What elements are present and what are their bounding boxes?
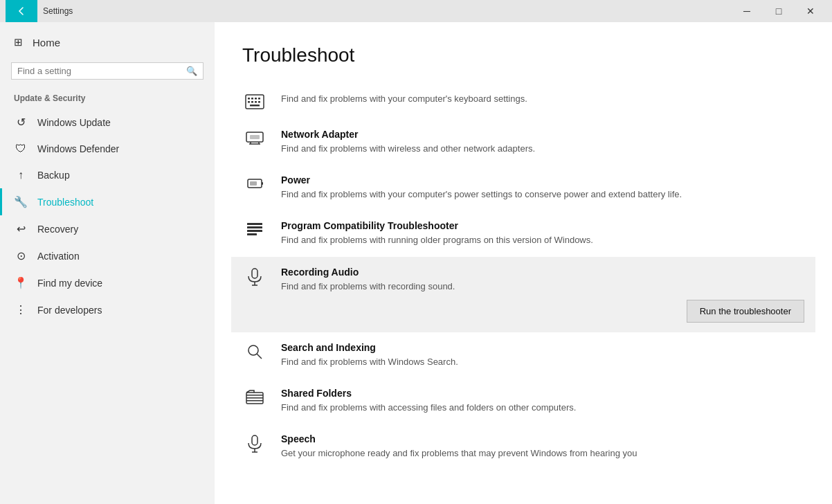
shared-folders-icon bbox=[242, 388, 267, 406]
main-content: Troubleshoot Find and fix proble bbox=[215, 22, 832, 504]
svg-rect-9 bbox=[250, 105, 260, 107]
svg-rect-3 bbox=[255, 98, 257, 100]
recording-audio-title: Recording Audio bbox=[281, 267, 804, 278]
speech-desc: Get your microphone ready and fix proble… bbox=[281, 447, 804, 460]
title-bar-title: Settings bbox=[43, 6, 731, 16]
recovery-icon: ↩ bbox=[14, 222, 28, 235]
sidebar-item-find-my-device[interactable]: 📍 Find my device bbox=[0, 269, 215, 296]
recording-audio-actions: Run the troubleshooter bbox=[281, 300, 804, 323]
svg-rect-17 bbox=[250, 181, 257, 186]
sidebar-item-backup[interactable]: ↑ Backup bbox=[0, 162, 215, 188]
troubleshoot-item-speech: Speech Get your microphone ready and fix… bbox=[242, 424, 804, 469]
svg-rect-14 bbox=[250, 135, 260, 139]
search-indexing-desc: Find and fix problems with Windows Searc… bbox=[281, 356, 804, 368]
maximize-button[interactable]: □ bbox=[763, 0, 795, 22]
svg-rect-21 bbox=[247, 233, 257, 235]
svg-point-25 bbox=[248, 345, 258, 355]
sidebar: ⊞ Home 🔍 Update & Security ↺ Windows Upd… bbox=[0, 22, 215, 504]
defender-icon: 🛡 bbox=[14, 143, 28, 155]
sidebar-section-label: Update & Security bbox=[0, 91, 215, 109]
network-adapter-icon bbox=[242, 129, 267, 145]
troubleshoot-icon: 🔧 bbox=[14, 195, 28, 208]
svg-rect-20 bbox=[247, 230, 262, 232]
svg-rect-1 bbox=[248, 98, 250, 100]
page-title: Troubleshoot bbox=[242, 44, 804, 66]
shared-folders-desc: Find and fix problems with accessing fil… bbox=[281, 402, 804, 414]
sidebar-item-windows-update[interactable]: ↺ Windows Update bbox=[0, 109, 215, 136]
troubleshoot-item-search-indexing: Search and Indexing Find and fix problem… bbox=[242, 332, 804, 378]
sidebar-item-activation[interactable]: ⊙ Activation bbox=[0, 242, 215, 269]
power-title: Power bbox=[281, 174, 804, 186]
backup-icon: ↑ bbox=[14, 169, 28, 181]
close-button[interactable]: ✕ bbox=[795, 0, 826, 22]
shared-folders-title: Shared Folders bbox=[281, 388, 804, 399]
svg-rect-4 bbox=[258, 98, 260, 100]
svg-rect-7 bbox=[255, 101, 257, 103]
svg-rect-2 bbox=[251, 98, 253, 100]
svg-rect-30 bbox=[246, 400, 263, 402]
sidebar-item-for-developers[interactable]: ⋮ For developers bbox=[0, 296, 215, 323]
troubleshoot-item-keyboard: Find and fix problems with your computer… bbox=[242, 83, 804, 119]
home-icon: ⊞ bbox=[14, 36, 23, 48]
title-bar-back-button[interactable] bbox=[6, 0, 37, 22]
sidebar-item-home[interactable]: ⊞ Home bbox=[0, 28, 215, 57]
sidebar-item-label: Windows Update bbox=[37, 117, 111, 128]
run-troubleshooter-button[interactable]: Run the troubleshooter bbox=[687, 300, 804, 323]
troubleshoot-item-program-compatibility: Program Compatibility Troubleshooter Fin… bbox=[242, 210, 804, 256]
recording-audio-desc: Find and fix problems with recording sou… bbox=[281, 280, 804, 293]
svg-rect-8 bbox=[258, 101, 260, 103]
svg-line-26 bbox=[257, 354, 262, 359]
program-compat-desc: Find and fix problems with running older… bbox=[281, 234, 804, 246]
speech-icon bbox=[242, 433, 267, 453]
sidebar-item-label: Recovery bbox=[37, 224, 78, 235]
svg-rect-31 bbox=[252, 435, 257, 445]
sidebar-item-label: Backup bbox=[37, 170, 70, 181]
network-adapter-title: Network Adapter bbox=[281, 129, 804, 140]
svg-rect-29 bbox=[246, 397, 263, 399]
search-input[interactable] bbox=[17, 66, 186, 76]
svg-rect-16 bbox=[262, 182, 263, 185]
minimize-button[interactable]: ─ bbox=[731, 0, 763, 22]
sidebar-home-label: Home bbox=[33, 37, 60, 48]
troubleshoot-item-network-adapter: Network Adapter Find and fix problems wi… bbox=[242, 119, 804, 165]
sidebar-item-label: Find my device bbox=[37, 278, 102, 289]
update-icon: ↺ bbox=[14, 116, 28, 129]
find-device-icon: 📍 bbox=[14, 276, 28, 289]
troubleshoot-item-shared-folders: Shared Folders Find and fix problems wit… bbox=[242, 378, 804, 424]
sidebar-search-box[interactable]: 🔍 bbox=[11, 62, 204, 80]
sidebar-item-troubleshoot[interactable]: 🔧 Troubleshoot bbox=[0, 188, 215, 215]
search-indexing-icon bbox=[242, 342, 267, 360]
search-icon: 🔍 bbox=[186, 66, 197, 76]
sidebar-item-windows-defender[interactable]: 🛡 Windows Defender bbox=[0, 136, 215, 162]
svg-rect-22 bbox=[252, 269, 257, 278]
sidebar-item-label: Activation bbox=[37, 251, 80, 262]
svg-rect-5 bbox=[248, 101, 250, 103]
svg-rect-6 bbox=[251, 101, 253, 103]
speech-title: Speech bbox=[281, 433, 804, 444]
power-desc: Find and fix problems with your computer… bbox=[281, 188, 804, 201]
program-compat-icon bbox=[242, 220, 267, 237]
network-adapter-desc: Find and fix problems with wireless and … bbox=[281, 143, 804, 155]
program-compat-title: Program Compatibility Troubleshooter bbox=[281, 220, 804, 231]
recording-audio-icon bbox=[242, 267, 267, 286]
sidebar-item-label: Windows Defender bbox=[37, 143, 119, 154]
title-bar-controls: ─ □ ✕ bbox=[731, 0, 826, 22]
app-body: ⊞ Home 🔍 Update & Security ↺ Windows Upd… bbox=[0, 22, 832, 504]
search-indexing-title: Search and Indexing bbox=[281, 342, 804, 353]
activation-icon: ⊙ bbox=[14, 249, 28, 262]
sidebar-item-recovery[interactable]: ↩ Recovery bbox=[0, 215, 215, 242]
troubleshoot-item-recording-audio: Recording Audio Find and fix problems wi… bbox=[231, 257, 815, 332]
keyboard-icon bbox=[242, 93, 267, 109]
svg-rect-28 bbox=[246, 395, 263, 396]
sidebar-item-label: For developers bbox=[37, 305, 102, 316]
svg-rect-19 bbox=[247, 226, 262, 228]
power-icon bbox=[242, 174, 267, 191]
svg-rect-18 bbox=[247, 223, 262, 225]
developers-icon: ⋮ bbox=[14, 303, 28, 316]
troubleshoot-item-power: Power Find and fix problems with your co… bbox=[242, 165, 804, 210]
keyboard-desc: Find and fix problems with your computer… bbox=[281, 93, 804, 105]
sidebar-item-label: Troubleshoot bbox=[37, 197, 93, 208]
title-bar: Settings ─ □ ✕ bbox=[0, 0, 832, 22]
